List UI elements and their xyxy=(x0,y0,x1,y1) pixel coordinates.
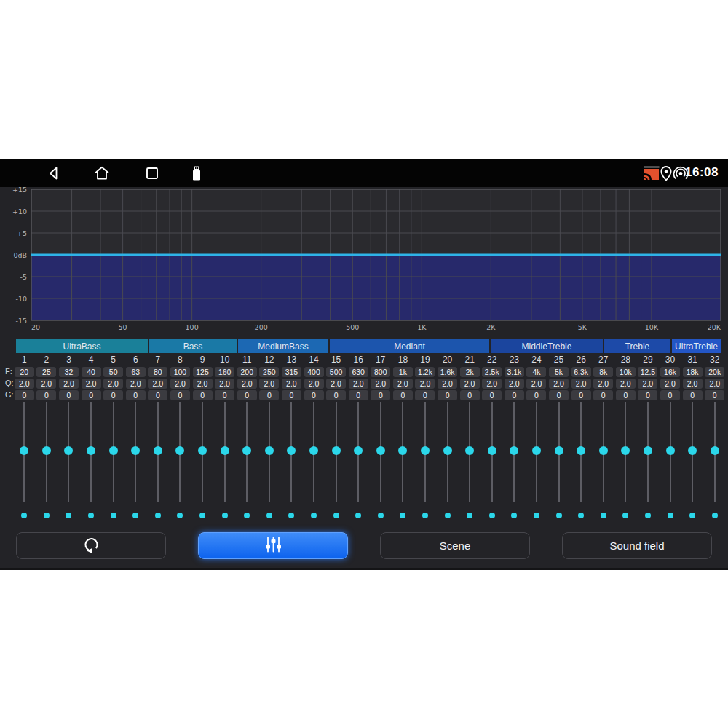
gain-slider[interactable] xyxy=(580,402,582,502)
band-frequency-value[interactable]: 1.6k xyxy=(438,367,457,377)
gain-slider-knob[interactable] xyxy=(599,446,608,455)
gain-slider[interactable] xyxy=(246,402,248,502)
band-frequency-value[interactable]: 20k xyxy=(705,367,724,377)
gain-slider-knob[interactable] xyxy=(532,446,541,455)
band-frequency-value[interactable]: 40 xyxy=(82,367,101,377)
gain-slider-knob[interactable] xyxy=(688,446,697,455)
gain-slider[interactable] xyxy=(625,402,626,502)
band-frequency-value[interactable]: 32 xyxy=(59,367,79,377)
band-q-value[interactable]: 2.0 xyxy=(460,379,480,389)
band-q-value[interactable]: 2.0 xyxy=(59,379,79,389)
band-frequency-value[interactable]: 10k xyxy=(616,367,636,377)
gain-slider-knob[interactable] xyxy=(242,446,251,455)
gain-slider-knob[interactable] xyxy=(332,446,341,455)
band-frequency-value[interactable]: 315 xyxy=(282,367,301,377)
gain-slider-knob[interactable] xyxy=(42,446,51,455)
gain-slider[interactable] xyxy=(424,402,426,502)
gain-slider-knob[interactable] xyxy=(309,446,318,455)
band-q-value[interactable]: 2.0 xyxy=(304,379,324,389)
band-frequency-value[interactable]: 800 xyxy=(371,367,390,377)
gain-slider-knob[interactable] xyxy=(488,446,496,455)
band-frequency-value[interactable]: 125 xyxy=(193,367,213,377)
gain-slider[interactable] xyxy=(447,402,448,502)
reset-button[interactable] xyxy=(16,532,166,559)
gain-slider[interactable] xyxy=(113,402,114,502)
band-q-value[interactable]: 2.0 xyxy=(237,379,257,389)
gain-slider[interactable] xyxy=(336,402,337,502)
gain-slider-knob[interactable] xyxy=(354,446,363,455)
band-q-value[interactable]: 2.0 xyxy=(616,379,636,389)
gain-slider-knob[interactable] xyxy=(555,446,563,455)
gain-slider-knob[interactable] xyxy=(711,446,719,455)
gain-slider-knob[interactable] xyxy=(666,446,675,455)
gain-slider-knob[interactable] xyxy=(644,446,652,455)
gain-slider[interactable] xyxy=(357,402,359,502)
band-frequency-value[interactable]: 630 xyxy=(349,367,368,377)
gain-slider[interactable] xyxy=(202,402,203,502)
gain-slider-knob[interactable] xyxy=(87,446,95,455)
gain-slider[interactable] xyxy=(290,402,292,502)
band-frequency-value[interactable]: 160 xyxy=(215,367,234,377)
gain-slider-knob[interactable] xyxy=(221,446,229,455)
gain-slider[interactable] xyxy=(68,402,69,502)
band-q-value[interactable]: 2.0 xyxy=(438,379,457,389)
band-frequency-value[interactable]: 1k xyxy=(393,367,413,377)
gain-slider-knob[interactable] xyxy=(175,446,184,455)
band-q-value[interactable]: 2.0 xyxy=(705,379,724,389)
gain-slider[interactable] xyxy=(23,402,25,502)
band-frequency-value[interactable]: 16k xyxy=(660,367,680,377)
gain-slider-knob[interactable] xyxy=(421,446,430,455)
band-q-value[interactable]: 2.0 xyxy=(15,379,34,389)
band-q-value[interactable]: 2.0 xyxy=(282,379,301,389)
gain-slider[interactable] xyxy=(46,402,47,502)
band-q-value[interactable]: 2.0 xyxy=(683,379,703,389)
band-frequency-value[interactable]: 3.1k xyxy=(505,367,524,377)
gain-slider[interactable] xyxy=(157,402,159,502)
band-q-value[interactable]: 2.0 xyxy=(638,379,657,389)
band-frequency-value[interactable]: 63 xyxy=(126,367,146,377)
usb-icon[interactable] xyxy=(188,165,205,185)
band-q-value[interactable]: 2.0 xyxy=(526,379,546,389)
back-icon[interactable] xyxy=(45,165,63,185)
gain-slider-knob[interactable] xyxy=(465,446,474,455)
gain-slider-knob[interactable] xyxy=(64,446,73,455)
gain-slider[interactable] xyxy=(224,402,226,502)
band-frequency-value[interactable]: 400 xyxy=(304,367,324,377)
gain-slider[interactable] xyxy=(692,402,693,502)
gain-slider-knob[interactable] xyxy=(131,446,140,455)
band-q-value[interactable]: 2.0 xyxy=(193,379,213,389)
band-q-value[interactable]: 2.0 xyxy=(505,379,524,389)
gain-slider[interactable] xyxy=(269,402,270,502)
band-q-value[interactable]: 2.0 xyxy=(126,379,146,389)
band-q-value[interactable]: 2.0 xyxy=(103,379,123,389)
sound-field-button[interactable]: Sound field xyxy=(562,532,712,559)
gain-slider-knob[interactable] xyxy=(577,446,585,455)
band-q-value[interactable]: 2.0 xyxy=(660,379,680,389)
band-q-value[interactable]: 2.0 xyxy=(215,379,234,389)
gain-slider-knob[interactable] xyxy=(198,446,207,455)
band-frequency-value[interactable]: 80 xyxy=(148,367,167,377)
recents-icon[interactable] xyxy=(143,165,161,185)
gain-slider[interactable] xyxy=(536,402,537,502)
gain-slider[interactable] xyxy=(90,402,92,502)
band-frequency-value[interactable]: 18k xyxy=(683,367,703,377)
gain-slider[interactable] xyxy=(513,402,515,502)
home-icon[interactable] xyxy=(93,165,111,185)
band-frequency-value[interactable]: 250 xyxy=(259,367,279,377)
gain-slider-knob[interactable] xyxy=(109,446,118,455)
band-frequency-value[interactable]: 20 xyxy=(15,367,34,377)
band-frequency-value[interactable]: 12.5 xyxy=(638,367,657,377)
gain-slider[interactable] xyxy=(469,402,470,502)
band-frequency-value[interactable]: 100 xyxy=(170,367,190,377)
gain-slider-knob[interactable] xyxy=(265,446,274,455)
gain-slider[interactable] xyxy=(135,402,136,502)
gain-slider[interactable] xyxy=(380,402,381,502)
band-q-value[interactable]: 2.0 xyxy=(170,379,190,389)
gain-slider[interactable] xyxy=(558,402,560,502)
band-q-value[interactable]: 2.0 xyxy=(36,379,56,389)
band-q-value[interactable]: 2.0 xyxy=(415,379,435,389)
band-frequency-value[interactable]: 2.5k xyxy=(482,367,502,377)
band-frequency-value[interactable]: 1.2k xyxy=(415,367,435,377)
band-q-value[interactable]: 2.0 xyxy=(549,379,569,389)
gain-slider[interactable] xyxy=(647,402,649,502)
